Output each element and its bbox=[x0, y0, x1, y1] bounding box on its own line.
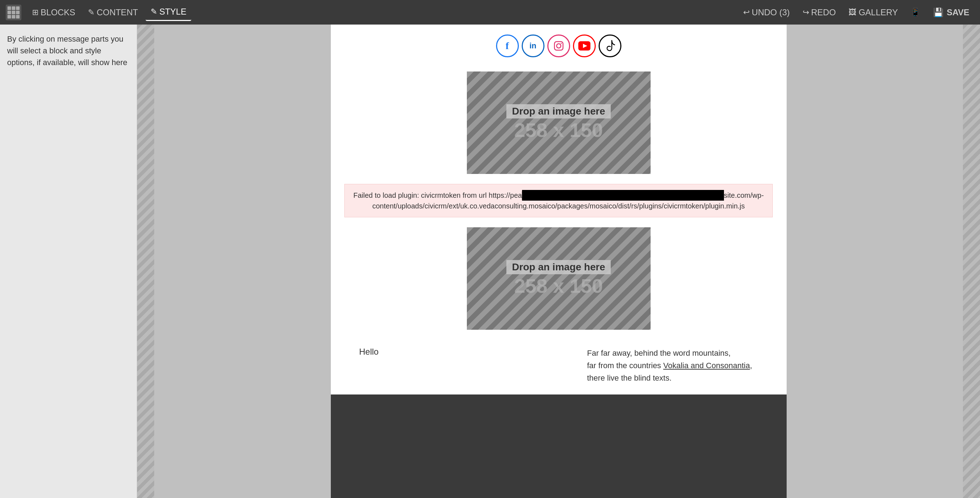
text-content-row: Hello Far far away, behind the word moun… bbox=[331, 337, 787, 395]
svg-rect-0 bbox=[554, 41, 563, 50]
redo-label: REDO bbox=[811, 8, 836, 17]
undo-button[interactable]: ↩ UNDO (3) bbox=[738, 4, 795, 21]
error-banner: Failed to load plugin: civicrmtoken from… bbox=[344, 184, 773, 217]
mobile-preview-button[interactable]: 📱 bbox=[905, 4, 925, 21]
blocks-icon: ⊞ bbox=[32, 8, 38, 17]
gallery-button[interactable]: 🖼 GALLERY bbox=[843, 4, 903, 21]
save-button[interactable]: 💾 SAVE bbox=[928, 5, 974, 19]
main-layout: By clicking on message parts you will se… bbox=[0, 25, 980, 498]
error-line-2: content/uploads/civicrm/ext/uk.co.vedaco… bbox=[353, 201, 764, 211]
left-zigzag-border bbox=[137, 25, 154, 498]
social-youtube-icon[interactable] bbox=[573, 35, 596, 57]
undo-label: UNDO (3) bbox=[752, 8, 790, 17]
error-line-1: Failed to load plugin: civicrmtoken from… bbox=[353, 190, 764, 201]
text-left: Hello bbox=[359, 347, 431, 385]
text-link[interactable]: Vokalia and Consonantia bbox=[663, 361, 750, 370]
email-content: f in bbox=[331, 25, 787, 498]
drop-zone-label-2: Drop an image here bbox=[506, 260, 611, 274]
undo-icon: ↩ bbox=[743, 8, 749, 17]
style-label: STYLE bbox=[159, 7, 186, 17]
redo-button[interactable]: ↪ REDO bbox=[798, 4, 841, 21]
blocks-label: BLOCKS bbox=[41, 8, 75, 17]
image-section: Drop an image here 258 x 150 Failed to l… bbox=[331, 64, 787, 337]
right-zigzag-border bbox=[963, 25, 980, 498]
image-drop-zone-2[interactable]: Drop an image here 258 x 150 bbox=[467, 227, 651, 330]
sidebar: By clicking on message parts you will se… bbox=[0, 25, 137, 498]
error-redacted: ████████████████████████████████████████ bbox=[522, 190, 724, 201]
gallery-icon: 🖼 bbox=[849, 8, 856, 17]
tab-content[interactable]: ✎ CONTENT bbox=[83, 4, 143, 21]
gallery-label: GALLERY bbox=[859, 8, 898, 17]
social-instagram-icon[interactable] bbox=[547, 35, 570, 57]
sidebar-hint: By clicking on message parts you will se… bbox=[7, 33, 130, 68]
content-icon: ✎ bbox=[88, 8, 94, 17]
email-outer: f in bbox=[154, 25, 963, 498]
mobile-icon: 📱 bbox=[910, 8, 920, 17]
toolbar: ⊞ BLOCKS ✎ CONTENT ✎ STYLE ↩ UNDO (3) ↪ … bbox=[0, 0, 980, 25]
svg-point-2 bbox=[560, 43, 562, 44]
style-icon: ✎ bbox=[151, 7, 157, 16]
tab-blocks[interactable]: ⊞ BLOCKS bbox=[27, 4, 80, 21]
redo-icon: ↪ bbox=[803, 8, 809, 17]
drop-zone-size-1: 258 x 150 bbox=[514, 119, 603, 141]
tab-style[interactable]: ✎ STYLE bbox=[146, 4, 191, 21]
drop-zone-label-1: Drop an image here bbox=[506, 104, 611, 119]
image-drop-zone-1[interactable]: Drop an image here 258 x 150 bbox=[467, 71, 651, 174]
social-tiktok-icon[interactable] bbox=[598, 35, 621, 57]
content-label: CONTENT bbox=[97, 8, 138, 17]
social-linkedin-icon[interactable]: in bbox=[522, 35, 544, 57]
footer-dark-section bbox=[331, 395, 787, 498]
drop-zone-size-2: 258 x 150 bbox=[514, 274, 603, 297]
canvas-area[interactable]: f in bbox=[137, 25, 980, 498]
svg-point-1 bbox=[557, 44, 561, 48]
social-icons-row: f in bbox=[331, 25, 787, 64]
app-logo[interactable] bbox=[6, 5, 21, 20]
social-facebook-icon[interactable]: f bbox=[496, 35, 519, 57]
save-icon: 💾 bbox=[933, 8, 944, 17]
text-right: Far far away, behind the word mountains,… bbox=[587, 347, 758, 385]
save-label: SAVE bbox=[947, 8, 969, 17]
